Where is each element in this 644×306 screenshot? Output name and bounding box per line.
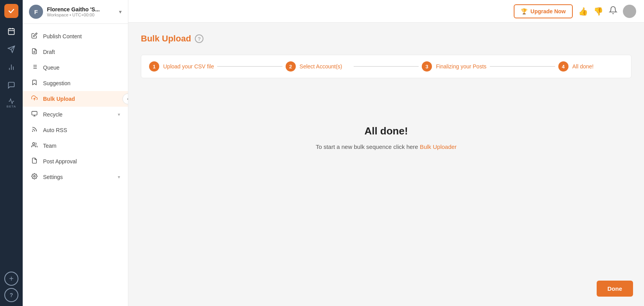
svg-point-22 xyxy=(32,131,33,131)
sidebar-item-team[interactable]: Team xyxy=(23,138,128,154)
topbar: 🏆 Upgrade Now 👍 👎 xyxy=(128,0,644,23)
step-4: 4 All done! xyxy=(558,61,623,72)
step-3-number: 3 xyxy=(422,61,432,72)
sidebar-nav: Publish Content Draft Queue Suggestion B… xyxy=(23,24,128,306)
svg-point-23 xyxy=(32,143,34,145)
step-4-number: 4 xyxy=(558,61,568,72)
svg-rect-19 xyxy=(32,111,37,115)
edit-icon xyxy=(31,32,38,40)
main-content: 🏆 Upgrade Now 👍 👎 Bulk Upload ? 1 Upload… xyxy=(128,0,644,306)
auto-rss-label: Auto RSS xyxy=(43,127,120,133)
notification-bell-icon[interactable] xyxy=(609,6,617,16)
app-logo[interactable] xyxy=(4,4,18,18)
page-title: Bulk Upload xyxy=(141,34,191,44)
step-connector-3-4 xyxy=(490,66,555,67)
thumbs-down-icon[interactable]: 👎 xyxy=(594,7,603,16)
recycle-label: Recycle xyxy=(43,111,113,118)
workspace-selector[interactable]: F Florence Gaitho 'S... Workspace • UTC+… xyxy=(23,0,128,24)
beta-label: BETA xyxy=(7,105,16,108)
send-icon[interactable] xyxy=(4,41,19,57)
workspace-chevron-icon: ▾ xyxy=(119,9,122,15)
step-2: 2 Select Account(s) xyxy=(286,61,351,72)
step-connector-1-2 xyxy=(217,66,282,67)
team-icon xyxy=(31,142,38,150)
sidebar-item-queue[interactable]: Queue xyxy=(23,60,128,75)
step-1-label: Upload your CSV file xyxy=(163,63,214,70)
user-avatar[interactable] xyxy=(623,5,636,18)
upgrade-label: Upgrade Now xyxy=(531,8,566,14)
suggestion-label: Suggestion xyxy=(43,80,120,86)
publish-content-label: Publish Content xyxy=(43,33,120,39)
all-done-description: To start a new bulk sequence click here … xyxy=(316,143,457,150)
step-connector-2-3 xyxy=(354,66,419,67)
messages-icon[interactable] xyxy=(4,77,19,93)
settings-icon xyxy=(31,173,38,181)
recycle-icon xyxy=(31,111,38,118)
suggestion-icon xyxy=(31,79,38,87)
beta-reports-icon[interactable]: BETA xyxy=(4,95,19,111)
workspace-avatar: F xyxy=(29,5,43,19)
step-2-number: 2 xyxy=(286,61,296,72)
sidebar-collapse-button[interactable]: ‹ xyxy=(122,93,128,104)
analytics-icon[interactable] xyxy=(4,59,19,75)
step-4-label: All done! xyxy=(572,63,594,70)
step-1: 1 Upload your CSV file xyxy=(149,61,214,72)
draft-icon xyxy=(31,48,38,56)
rss-icon xyxy=(31,126,38,134)
calendar-icon[interactable] xyxy=(4,23,19,39)
all-done-title: All done! xyxy=(364,125,408,137)
sidebar-item-auto-rss[interactable]: Auto RSS xyxy=(23,122,128,138)
thumbs-up-icon[interactable]: 👍 xyxy=(578,7,588,16)
settings-label: Settings xyxy=(43,174,113,180)
sidebar-item-recycle[interactable]: Recycle ▾ xyxy=(23,107,128,122)
sidebar-item-draft[interactable]: Draft xyxy=(23,44,128,60)
done-button[interactable]: Done xyxy=(597,281,633,297)
sidebar: F Florence Gaitho 'S... Workspace • UTC+… xyxy=(23,0,128,306)
step-3: 3 Finalizing your Posts xyxy=(422,61,487,72)
icon-rail: BETA + ? xyxy=(0,0,23,306)
post-approval-icon xyxy=(31,157,38,165)
queue-label: Queue xyxy=(43,64,120,71)
bulk-uploader-link[interactable]: Bulk Uploader xyxy=(420,143,457,150)
svg-rect-1 xyxy=(9,29,14,34)
team-label: Team xyxy=(43,143,120,149)
sidebar-item-post-approval[interactable]: Post Approval xyxy=(23,154,128,169)
workspace-subtitle: Workspace • UTC+00:00 xyxy=(47,13,115,17)
settings-chevron-icon: ▾ xyxy=(118,174,120,180)
sidebar-item-bulk-upload[interactable]: Bulk Upload ‹ xyxy=(23,91,128,107)
bulk-upload-label: Bulk Upload xyxy=(43,96,120,102)
step-1-number: 1 xyxy=(149,61,159,72)
sidebar-item-publish-content[interactable]: Publish Content xyxy=(23,29,128,44)
sidebar-item-settings[interactable]: Settings ▾ xyxy=(23,169,128,185)
bulk-upload-icon xyxy=(31,95,38,103)
queue-icon xyxy=(31,64,38,72)
page-title-row: Bulk Upload ? xyxy=(141,34,631,44)
upgrade-now-button[interactable]: 🏆 Upgrade Now xyxy=(514,4,573,18)
svg-point-24 xyxy=(34,175,35,177)
help-tooltip-icon[interactable]: ? xyxy=(195,34,203,43)
help-rail-icon[interactable]: ? xyxy=(4,288,18,302)
draft-label: Draft xyxy=(43,49,120,55)
post-approval-label: Post Approval xyxy=(43,158,120,165)
rail-bottom-actions: + ? xyxy=(4,272,18,302)
recycle-chevron-icon: ▾ xyxy=(118,112,120,117)
all-done-container: All done! To start a new bulk sequence c… xyxy=(141,94,631,181)
all-done-text-before: To start a new bulk sequence click here xyxy=(316,143,420,150)
steps-bar: 1 Upload your CSV file 2 Select Account(… xyxy=(141,55,631,78)
trophy-icon: 🏆 xyxy=(521,8,527,14)
add-icon[interactable]: + xyxy=(4,272,18,286)
workspace-name: Florence Gaitho 'S... xyxy=(47,6,115,13)
workspace-info: Florence Gaitho 'S... Workspace • UTC+00… xyxy=(47,6,115,17)
page-body: Bulk Upload ? 1 Upload your CSV file 2 S… xyxy=(128,23,644,306)
step-3-label: Finalizing your Posts xyxy=(436,63,486,70)
sidebar-item-suggestion[interactable]: Suggestion xyxy=(23,75,128,91)
step-2-label: Select Account(s) xyxy=(300,63,342,70)
